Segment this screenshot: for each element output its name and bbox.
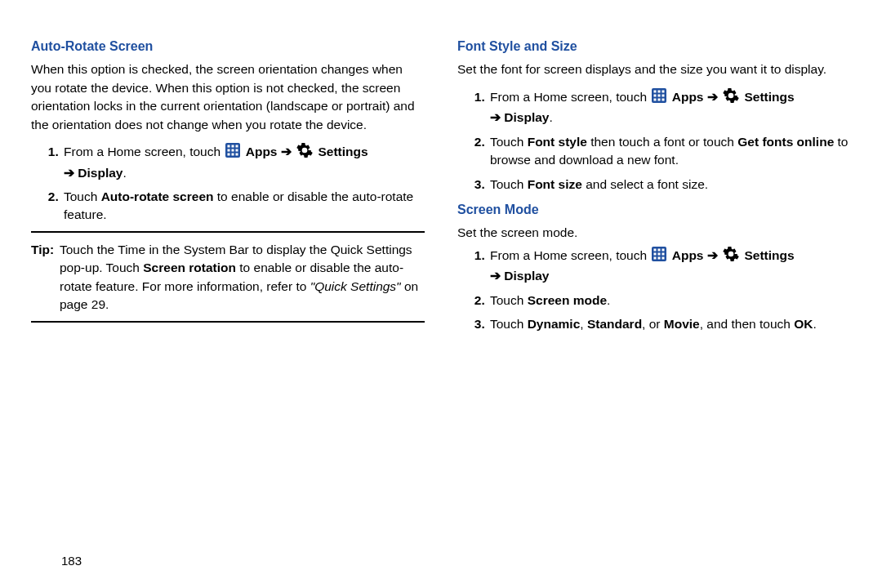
svg-rect-18 [658,98,661,100]
step-text: Touch [490,293,528,307]
svg-rect-28 [658,256,661,259]
list-item: Touch Font style then touch a font or to… [488,133,851,170]
heading-font-style: Font Style and Size [457,37,851,56]
font-steps: From a Home screen, touch Apps ➔ Setting… [457,87,851,194]
step-text: Touch [490,317,528,331]
display-label: Display [504,110,549,124]
svg-rect-16 [662,94,665,96]
settings-label: Settings [318,145,368,158]
svg-rect-8 [232,154,234,156]
svg-rect-29 [662,256,665,259]
svg-rect-17 [654,98,657,100]
svg-rect-25 [658,252,661,255]
period: . [122,166,126,180]
svg-rect-4 [228,149,230,152]
step-text: , [580,317,587,331]
tip-label: Tip: [31,241,60,314]
bold-term: Screen rotation [143,261,236,274]
bold-term: Get fonts online [737,135,834,149]
arrow-icon: ➔ [64,166,74,180]
page-number: 183 [61,552,82,570]
svg-rect-7 [228,154,230,156]
svg-rect-6 [236,149,238,152]
bold-term: Font size [528,177,582,191]
left-column: Auto-Rotate Screen When this option is c… [31,33,425,341]
display-label: Display [78,166,122,180]
bold-term: Standard [587,317,642,331]
svg-rect-27 [654,256,657,259]
heading-auto-rotate: Auto-Rotate Screen [31,37,425,56]
svg-rect-5 [232,149,234,152]
svg-rect-15 [658,94,661,96]
bold-term: OK [794,317,813,331]
svg-rect-26 [662,252,665,255]
cross-ref[interactable]: "Quick Settings" [310,279,401,293]
display-label: Display [504,269,549,283]
arrow-icon: ➔ [490,269,501,283]
step-text: Touch [490,177,528,191]
list-item: Touch Dynamic, Standard, or Movie, and t… [488,315,851,333]
list-item: From a Home screen, touch Apps ➔ Setting… [488,87,851,127]
svg-rect-14 [654,94,657,96]
list-item: Touch Auto-rotate screen to enable or di… [62,188,425,225]
svg-rect-12 [658,90,661,92]
right-column: Font Style and Size Set the font for scr… [457,33,851,341]
list-item: Touch Screen mode. [488,292,851,310]
svg-rect-1 [228,145,230,148]
arrow-icon: ➔ [281,145,292,158]
step-lead: From a Home screen, touch [64,145,224,158]
screen-mode-steps: From a Home screen, touch Apps ➔ Setting… [457,246,851,334]
settings-gear-icon [723,87,739,109]
svg-rect-3 [236,145,238,148]
step-text: and select a font size. [582,177,708,191]
step-text: . [813,317,816,331]
apps-grid-icon [652,247,666,266]
svg-rect-11 [654,90,657,92]
svg-rect-21 [654,248,657,251]
svg-rect-23 [662,248,665,251]
arrow-icon: ➔ [490,110,501,124]
auto-rotate-steps: From a Home screen, touch Apps ➔ Setting… [31,142,425,225]
step-text: , or [642,317,664,331]
bold-term: Movie [664,317,700,331]
bold-term: Font style [528,135,587,149]
arrow-icon: ➔ [707,90,718,104]
step-text: Touch [64,189,101,203]
apps-label: Apps [672,90,704,104]
auto-rotate-intro: When this option is checked, the screen … [31,60,425,134]
apps-label: Apps [672,248,704,262]
apps-grid-icon [652,88,666,108]
settings-gear-icon [296,142,313,163]
bold-term: Dynamic [528,317,581,331]
settings-label: Settings [744,90,794,104]
font-intro: Set the font for screen displays and the… [457,60,851,78]
svg-rect-9 [236,154,238,156]
svg-rect-13 [662,90,665,92]
tip-block: Tip: Touch the Time in the System Bar to… [31,241,425,314]
list-item: From a Home screen, touch Apps ➔ Setting… [488,246,851,286]
bold-term: Auto-rotate screen [101,189,214,203]
list-item: Touch Font size and select a font size. [488,176,851,194]
step-text: . [607,293,610,307]
apps-label: Apps [246,145,278,158]
rule [31,321,425,323]
heading-screen-mode: Screen Mode [457,200,851,219]
settings-gear-icon [723,246,739,267]
apps-grid-icon [225,143,240,163]
period: . [549,110,552,124]
step-text: Touch [490,135,528,149]
arrow-icon: ➔ [707,248,718,262]
rule [31,231,425,233]
svg-rect-19 [662,98,665,100]
step-lead: From a Home screen, touch [490,248,650,262]
settings-label: Settings [744,248,794,262]
svg-rect-24 [654,252,657,255]
svg-rect-22 [658,248,661,251]
bold-term: Screen mode [528,293,607,307]
step-lead: From a Home screen, touch [490,90,650,104]
step-text: then touch a font or touch [587,135,737,149]
step-text: , and then touch [700,317,794,331]
screen-mode-intro: Set the screen mode. [457,224,851,242]
list-item: From a Home screen, touch Apps ➔ Setting… [62,142,425,182]
svg-rect-2 [232,145,234,148]
